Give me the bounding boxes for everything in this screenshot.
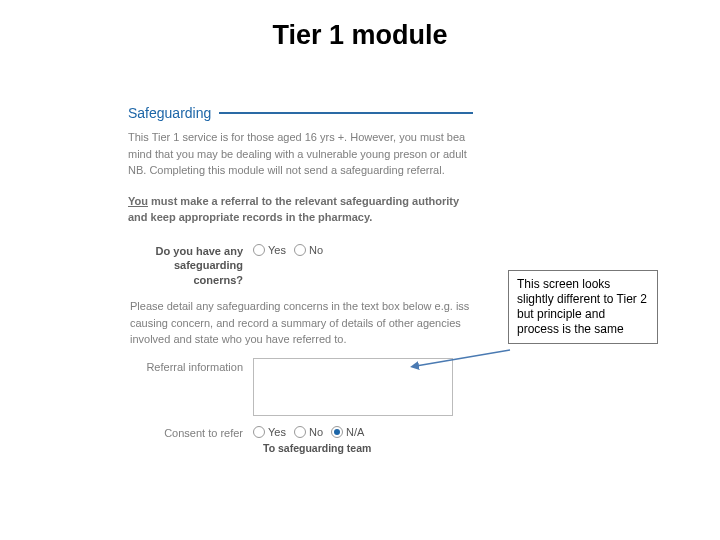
section-header: Safeguarding [128,105,473,121]
radio-icon [253,426,265,438]
section-heading: Safeguarding [128,105,211,121]
referral-control [253,358,473,416]
helper-text: Please detail any safeguarding concerns … [128,298,473,348]
radio-icon [294,244,306,256]
referral-label: Referral information [128,358,253,375]
intro-text: This Tier 1 service is for those aged 16… [128,129,473,179]
radio-label-yes: Yes [268,426,286,438]
note-line-2: and keep appropriate records in the phar… [128,211,372,223]
callout-text: This screen looks slightly different to … [517,277,647,336]
q1-label: Do you have any safeguarding conerns? [128,244,253,289]
radio-label-no: No [309,244,323,256]
annotation-callout: This screen looks slightly different to … [508,270,658,344]
radio-label-yes: Yes [268,244,286,256]
q1-radio-no[interactable]: No [294,244,323,256]
consent-control: Yes No N/A [253,426,473,438]
intro-line-3: NB. Completing this module will not send… [128,164,445,176]
note-rest-1: must make a referral to the relevant saf… [148,195,459,207]
referral-note: You must make a referral to the relevant… [128,193,473,226]
radio-icon [253,244,265,256]
q1-radio-yes[interactable]: Yes [253,244,286,256]
q1-control: Yes No [253,244,473,256]
consent-radio-yes[interactable]: Yes [253,426,286,438]
consent-row: Consent to refer Yes No N/A [128,426,473,441]
intro-line-1: This Tier 1 service is for those aged 16… [128,131,465,143]
radio-label-no: No [309,426,323,438]
note-underlined: You [128,195,148,207]
intro-line-2: mind that you may be dealing with a vuln… [128,148,467,160]
consent-radio-no[interactable]: No [294,426,323,438]
radio-label-na: N/A [346,426,364,438]
referral-textarea[interactable] [253,358,453,416]
consent-subnote: To safeguarding team [263,442,473,454]
section-divider [219,112,473,114]
consent-radio-na[interactable]: N/A [331,426,364,438]
form-panel: Safeguarding This Tier 1 service is for … [128,105,473,454]
radio-icon-checked [331,426,343,438]
referral-info-row: Referral information [128,358,473,416]
radio-icon [294,426,306,438]
slide-title: Tier 1 module [0,20,720,51]
question-safeguarding-concerns: Do you have any safeguarding conerns? Ye… [128,244,473,289]
consent-label: Consent to refer [128,426,253,441]
